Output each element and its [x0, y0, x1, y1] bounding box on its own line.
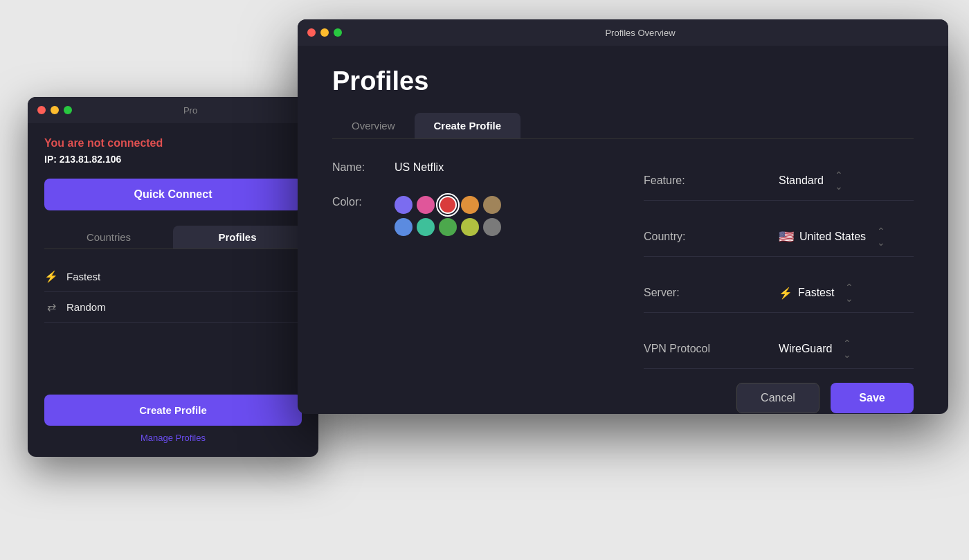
buttons-row: Cancel Save: [332, 369, 914, 413]
quick-connect-button[interactable]: Quick Connect: [44, 179, 302, 210]
name-label: Name:: [332, 161, 381, 174]
front-body: Profiles Overview Create Profile Name: U…: [298, 46, 948, 414]
feature-chevron[interactable]: ⌃⌄: [835, 170, 843, 192]
country-label: Country:: [644, 231, 779, 243]
server-bolt-icon: ⚡: [779, 287, 793, 300]
form-area: Name: US Netflix Color:: [332, 161, 914, 369]
tab-overview[interactable]: Overview: [332, 113, 415, 138]
manage-profiles-link[interactable]: Manage Profiles: [44, 433, 302, 443]
form-right: Feature: Standard ⌃⌄ Country: 🇺🇸 United …: [644, 161, 914, 369]
name-row: Name: US Netflix: [332, 161, 602, 174]
save-button[interactable]: Save: [831, 383, 914, 413]
country-row: Country: 🇺🇸 United States ⌃⌄: [644, 217, 914, 257]
color-dot-2[interactable]: [439, 196, 457, 214]
connection-status: You are not connected: [44, 137, 302, 150]
feature-value: Standard ⌃⌄: [779, 170, 914, 192]
ip-label: IP:: [44, 154, 57, 165]
vpn-protocol-label: VPN Protocol: [644, 343, 779, 355]
front-profiles-window: Profiles Overview Profiles Overview Crea…: [298, 19, 948, 414]
page-title: Profiles: [332, 66, 914, 96]
ip-line: IP: 213.81.82.106: [44, 154, 302, 165]
create-profile-button[interactable]: Create Profile: [44, 395, 302, 426]
vpn-protocol-value: WireGuard ⌃⌄: [779, 338, 914, 360]
tab-create-profile[interactable]: Create Profile: [415, 113, 521, 138]
list-item[interactable]: ⚡ Fastest: [44, 262, 302, 292]
back-tabs: Countries Profiles: [44, 226, 302, 249]
vpn-protocol-row: VPN Protocol WireGuard ⌃⌄: [644, 329, 914, 369]
server-label: Server:: [644, 287, 779, 299]
color-dot-8[interactable]: [461, 218, 479, 236]
feature-row: Feature: Standard ⌃⌄: [644, 161, 914, 201]
color-dot-0[interactable]: [395, 196, 413, 214]
bolt-icon: ⚡: [44, 270, 58, 283]
vpn-protocol-chevron[interactable]: ⌃⌄: [843, 338, 851, 360]
color-dot-7[interactable]: [439, 218, 457, 236]
form-left: Name: US Netflix Color:: [332, 161, 602, 369]
list-item[interactable]: ⇄ Random: [44, 292, 302, 323]
server-row: Server: ⚡ Fastest ⌃⌄: [644, 273, 914, 313]
color-dot-4[interactable]: [483, 196, 501, 214]
ip-value: 213.81.82.106: [60, 154, 122, 165]
color-picker: [395, 196, 501, 236]
server-chevron[interactable]: ⌃⌄: [845, 282, 853, 304]
cancel-button[interactable]: Cancel: [736, 383, 819, 413]
back-body: You are not connected IP: 213.81.82.106 …: [28, 123, 318, 457]
front-close-dot[interactable]: [307, 28, 316, 37]
color-row: Color:: [332, 193, 602, 236]
back-title: Pro: [72, 105, 309, 116]
minimize-dot[interactable]: [51, 106, 59, 114]
traffic-lights: [37, 106, 72, 114]
front-maximize-dot[interactable]: [334, 28, 342, 37]
name-value: US Netflix: [395, 161, 444, 174]
front-titlebar: Profiles Overview: [298, 19, 948, 46]
country-chevron[interactable]: ⌃⌄: [877, 226, 885, 248]
shuffle-icon: ⇄: [44, 300, 58, 314]
color-label: Color:: [332, 196, 381, 208]
tab-profiles[interactable]: Profiles: [173, 226, 302, 249]
front-traffic-lights: [307, 28, 342, 37]
country-flag: 🇺🇸: [779, 229, 794, 244]
color-dot-3[interactable]: [461, 196, 479, 214]
profile-list: ⚡ Fastest ⇄ Random: [44, 262, 302, 383]
server-value: ⚡ Fastest ⌃⌄: [779, 282, 914, 304]
maximize-dot[interactable]: [64, 106, 72, 114]
color-dot-1[interactable]: [417, 196, 435, 214]
front-minimize-dot[interactable]: [320, 28, 329, 37]
country-value: 🇺🇸 United States ⌃⌄: [779, 226, 914, 248]
close-dot[interactable]: [37, 106, 46, 114]
back-titlebar: Pro: [28, 97, 318, 123]
back-vpn-window: Pro You are not connected IP: 213.81.82.…: [28, 97, 318, 457]
front-tabs: Overview Create Profile: [332, 113, 914, 139]
tab-countries[interactable]: Countries: [44, 226, 173, 249]
front-title: Profiles Overview: [342, 28, 939, 38]
color-dot-5[interactable]: [395, 218, 413, 236]
color-dot-9[interactable]: [483, 218, 501, 236]
color-dot-6[interactable]: [417, 218, 435, 236]
random-label: Random: [66, 301, 106, 313]
feature-label: Feature:: [644, 174, 779, 187]
fastest-label: Fastest: [66, 271, 100, 282]
